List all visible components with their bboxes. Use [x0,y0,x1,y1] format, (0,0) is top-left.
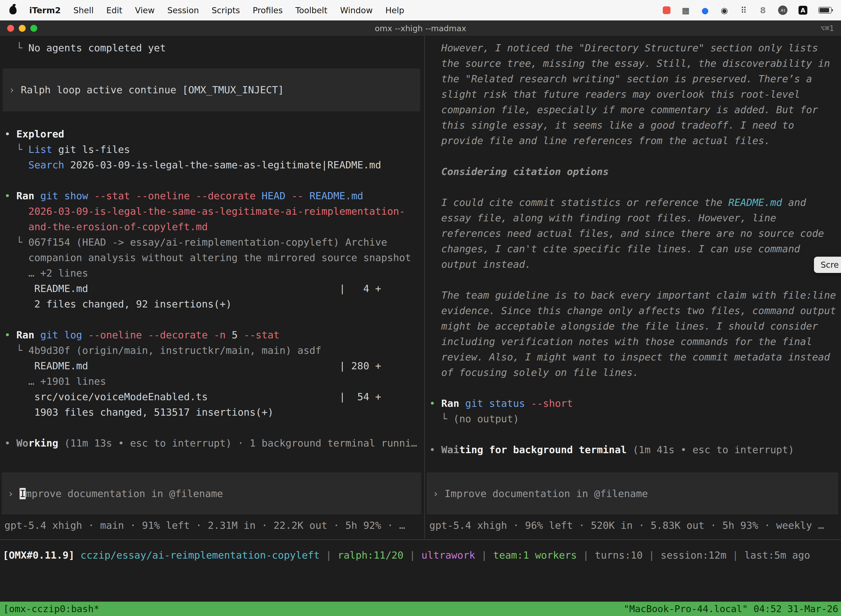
left-terminal-pane[interactable]: └ No agents completed yet› Ralph loop ac… [0,37,424,539]
terminal-line: src/voice/voiceModeEnabled.ts | 54 + [4,389,424,405]
text-segment: companion analysis without altering the … [4,252,411,263]
text-segment: | [403,550,421,561]
menu-item-view[interactable]: View [135,6,154,15]
terminal-line: └ (no output) [429,411,841,427]
text-segment: cczip/essay/ai-reimplementation-copyleft [81,550,320,561]
text-segment: output instead. [429,259,531,270]
swirl-app-icon[interactable]: ◉ [720,6,728,15]
text-segment: • [429,444,441,455]
text-segment: (11m 13s • esc to interrupt) · 1 backgro… [58,437,417,449]
menu-item-session[interactable]: Session [167,6,199,15]
menu-item-scripts[interactable]: Scripts [212,6,240,15]
terminal-line: of focusing solely on file lines. [429,365,841,380]
text-segment: 5 [232,329,244,340]
menu-item-shell[interactable]: Shell [73,6,94,15]
text-segment: Ran [16,329,40,340]
text-segment: • [4,190,16,201]
text-segment: provide file and line references from th… [429,135,770,146]
text-segment: Wai [441,444,459,455]
blue-app-icon[interactable]: ● [701,6,709,15]
text-segment: including verification notes with those … [429,336,812,347]
terminal-line: • Ran git status --short [429,396,841,411]
tmux-status-bar: [omx-cczip0:bash* "MacBook-Pro-44.local"… [0,602,841,616]
menu-item-iterm2[interactable]: iTerm2 [29,6,61,15]
text-segment: essay file, along with finding root file… [429,212,776,224]
tmux-host-clock: "MacBook-Pro-44.local" 04:52 31-Mar-26 [624,603,841,615]
text-segment: git show [40,190,94,201]
text-segment: No agents completed yet [28,42,166,54]
text-segment: this single essay, it seems like a good … [429,119,794,131]
text-segment: └ [4,144,28,155]
text-segment: 4b9d30f (origin/main, instructkr/main, m… [28,345,321,356]
text-segment: • [4,128,16,140]
text-segment: • [4,437,16,449]
terminal-line: └ List git ls-files [4,142,424,157]
text-segment: • [4,329,16,340]
minimize-button[interactable] [19,25,26,32]
text-segment: … +2 lines [4,267,88,279]
inline-message-box: › Ralph loop active continue [OMX_TMUX_I… [3,69,420,111]
menu-item-edit[interactable]: Edit [106,6,122,15]
text-segment: 2026-03-09-is-legal-the-same-as-legitima… [28,205,405,217]
text-segment: Explored [16,128,64,140]
apple-menu-icon[interactable] [9,6,16,14]
menu-item-help[interactable]: Help [385,6,404,15]
menu-item-toolbelt[interactable]: Toolbelt [296,6,328,15]
terminal-line: the source tree, missing the essay. Stil… [429,56,841,71]
battery-icon[interactable] [818,7,832,13]
terminal-line: the "Related research writing" section i… [429,71,841,87]
terminal-window: └ No agents completed yet› Ralph loop ac… [0,37,841,602]
text-segment: -n [214,329,232,340]
close-button[interactable] [7,25,14,32]
terminal-line: … +1901 lines [4,374,424,389]
prompt-placeholder: mprove documentation in @filename [26,488,223,499]
right-terminal-pane[interactable]: However, I noticed the "Directory Struct… [425,37,841,539]
dots-grid-icon[interactable]: ⠿ [740,6,748,15]
text-segment: src/voice/voiceModeEnabled.ts | 54 + [4,391,381,402]
input-source-icon[interactable]: A [799,6,807,15]
text-segment: ultrawork [421,550,475,561]
window-title-bar: omx --xhigh --madmax ⌥⌘1 [0,21,841,37]
text-segment: --short [531,398,573,409]
terminal-line: output instead. [429,257,841,272]
traffic-lights [0,25,37,32]
text-segment: ralph:11/20 [338,550,403,561]
text-segment: └ [429,413,453,424]
right-prompt-input[interactable]: › Improve documentation in @filename [426,472,838,515]
window-title: omx --xhigh --madmax [0,24,841,33]
text-segment: and-the-erosion-of-copyleft.md [28,221,208,232]
text-segment: | [643,550,661,561]
terminal-line [429,148,841,164]
terminal-line: this single essay, it seems like a good … [429,117,841,133]
prompt-placeholder: Improve documentation in @filename [444,488,648,499]
text-segment: I could cite commit statistics or refere… [429,197,728,208]
text-segment [4,205,28,217]
text-segment: Considering citation options [429,166,609,177]
numeric-key-icon[interactable]: 8 [759,6,767,15]
menu-bar: iTerm2 Shell Edit View Session Scripts P… [0,0,841,21]
grid-icon[interactable]: ▦ [681,6,690,15]
left-prompt-input[interactable]: › Improve documentation in @filename [1,472,421,515]
battery-cycle-badge-icon[interactable]: .61 [778,6,787,15]
text-segment: README.md [309,190,363,201]
text-segment: List [28,144,53,155]
terminal-line: review. Also, I might want to inspect th… [429,349,841,365]
text-segment: git ls-files [52,144,130,155]
text-segment: slight risk that future readers may over… [429,89,800,100]
text-segment: review. Also, I might want to inspect th… [429,351,830,363]
terminal-line: README.md | 280 + [4,358,424,374]
text-segment: … +1901 lines [4,375,106,387]
screen-recording-indicator-icon[interactable] [663,6,671,14]
zoom-button[interactable] [30,25,37,32]
menu-bar-left: iTerm2 Shell Edit View Session Scripts P… [9,6,404,15]
text-segment: and [782,197,806,208]
terminal-line: • Ran git log --oneline --decorate -n 5 … [4,327,424,343]
status-separator [0,539,841,540]
terminal-line: companion file, especially if more comme… [429,102,841,117]
menu-item-profiles[interactable]: Profiles [253,6,283,15]
menu-item-window[interactable]: Window [340,6,372,15]
text-segment: Wo [16,437,28,449]
text-segment: └ [4,345,28,356]
terminal-line: └ 4b9d30f (origin/main, instructkr/main,… [4,343,424,358]
notification-toast[interactable]: Scre [814,257,841,273]
